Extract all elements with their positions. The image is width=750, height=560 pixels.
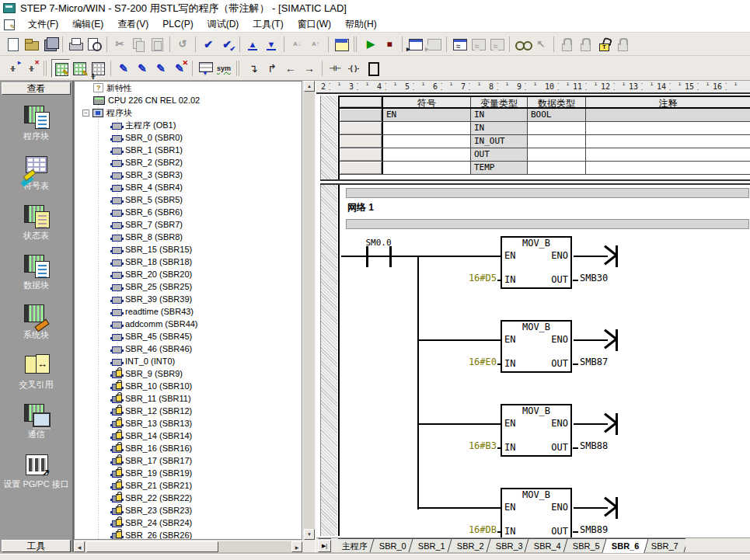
pou-tab[interactable]: SBR_6 [602, 538, 649, 553]
delete-row-button[interactable]: ✎ [152, 59, 170, 78]
var-type-cell[interactable]: OUT [471, 148, 528, 161]
row-header-cell[interactable] [340, 109, 383, 121]
compile-button[interactable]: ✔ [199, 35, 218, 54]
scroll-up-icon[interactable]: ▲ [304, 81, 315, 92]
menu-item-help[interactable]: 帮助(H) [338, 17, 384, 31]
symbolic-addressing-button[interactable]: sym [215, 59, 233, 78]
mov-b-instruction-box[interactable]: MOV_B EN ENO IN OUT [501, 320, 572, 373]
view-bar-button[interactable]: 查看 [2, 82, 71, 95]
comment-cell[interactable] [586, 148, 750, 161]
insert-down-button[interactable]: ✎ [133, 59, 152, 78]
print-button[interactable] [66, 35, 85, 54]
tree-item[interactable]: SBR_17 (SBR17) [75, 454, 302, 467]
tree-item[interactable]: SBR_25 (SBR25) [75, 280, 302, 293]
tree-item[interactable]: SBR_26 (SBR26) [75, 529, 302, 540]
scroll-down-icon[interactable]: ▼ [304, 529, 315, 540]
tree-item[interactable]: SBR_13 (SBR13) [75, 417, 302, 430]
undo-button[interactable]: ↺ [173, 35, 192, 54]
menu-item-view[interactable]: 查看(V) [110, 17, 155, 31]
tab-scroll-right-button[interactable]: ▶ [318, 537, 331, 539]
tree-vertical-scrollbar[interactable]: ▲ ▼ [302, 81, 315, 540]
in-operand-value[interactable]: 16#DB [447, 524, 497, 535]
out-operand-value[interactable]: SMB30 [580, 273, 608, 283]
comment-cell[interactable] [586, 135, 750, 148]
row-header-cell[interactable] [340, 148, 383, 161]
tree-item[interactable]: SBR_9 (SBR9) [75, 367, 302, 380]
bookmark-glasses-button[interactable] [513, 35, 532, 54]
out-operand-value[interactable]: SMB87 [580, 357, 608, 367]
menu-item-edit[interactable]: 编辑(E) [65, 17, 110, 31]
program-status-button[interactable] [406, 35, 424, 54]
table-ladder-splitter[interactable] [320, 179, 750, 185]
bookmark-next-button[interactable]: -||- [3, 59, 22, 78]
stop-button[interactable]: ■ [380, 35, 399, 54]
download-button[interactable]: ▼ [262, 35, 281, 54]
tree-item[interactable]: SBR_1 (SBR1) [75, 144, 302, 156]
menu-item-file[interactable]: 文件(F) [21, 17, 65, 31]
ladder-editor-button[interactable] [51, 59, 70, 78]
trend-view-button[interactable] [487, 35, 506, 54]
sidebar-item-set-pgpc-interface[interactable]: 设置 PG/PC 接口 [0, 454, 72, 490]
var-type-cell[interactable]: IN_OUT [471, 135, 528, 148]
row-header-cell[interactable] [340, 135, 383, 148]
symbol-table-button[interactable] [196, 59, 215, 78]
tree-item[interactable]: SBR_2 (SBR2) [75, 156, 302, 169]
data-type-cell[interactable] [528, 122, 586, 134]
symbol-cell[interactable] [383, 135, 471, 148]
tree-item[interactable]: SBR_0 (SBR0) [75, 131, 302, 144]
tree-item[interactable]: SBR_14 (SBR14) [75, 430, 302, 442]
sidebar-item-status-chart[interactable]: 状态表 [0, 205, 72, 242]
tree-item[interactable]: SBR_21 (SBR21) [75, 479, 302, 492]
run-button[interactable]: ▶ [361, 35, 380, 54]
comment-cell[interactable] [586, 162, 750, 174]
insert-up-button[interactable]: ✎ [114, 59, 133, 78]
symbol-cell[interactable] [383, 162, 471, 174]
tree-item[interactable]: SBR_19 (SBR19) [75, 467, 302, 479]
line-right-button[interactable]: → [300, 59, 319, 78]
mov-b-instruction-box[interactable]: MOV_B EN ENO IN OUT [501, 404, 572, 457]
tree-item[interactable]: SBR_46 (SBR46) [75, 343, 302, 355]
sidebar-item-symbol-table[interactable]: 符号表 [0, 155, 72, 192]
in-operand-value[interactable]: 16#B3 [447, 440, 497, 451]
tools-bar-button[interactable]: 工具 [2, 540, 71, 552]
sidebar-item-cross-reference[interactable]: 交叉引用 [0, 354, 72, 391]
tree-item[interactable]: 主程序 (OB1) [75, 119, 302, 131]
tree-item[interactable]: SBR_45 (SBR45) [75, 330, 302, 343]
tree-item[interactable]: 新特性 [75, 82, 302, 94]
insert-box-button[interactable] [363, 59, 382, 78]
data-type-cell[interactable] [528, 162, 586, 174]
sidebar-item-system-block[interactable]: 系统块 [0, 304, 72, 341]
cut-button[interactable]: ✂ [110, 35, 129, 54]
options-button[interactable] [332, 35, 351, 54]
sort-descending-button[interactable]: A↑ [306, 35, 325, 54]
insert-contact-button[interactable]: ⊣⊢ [326, 59, 344, 78]
delete-x-button[interactable]: ✎ [170, 59, 189, 78]
in-operand-value[interactable]: 16#D5 [447, 273, 497, 283]
comment-cell[interactable] [586, 109, 750, 121]
tree-item[interactable]: SBR_8 (SBR8) [75, 231, 302, 243]
tree-item[interactable]: SBR_23 (SBR23) [75, 504, 302, 517]
stl-editor-button[interactable] [70, 59, 89, 78]
symbol-cell[interactable]: EN [383, 109, 471, 121]
tree-item[interactable]: readtime (SBR43) [75, 305, 302, 318]
tab-scroll-last-button[interactable]: ▶| [318, 540, 331, 552]
var-type-cell[interactable]: IN [471, 109, 528, 121]
tree-item[interactable]: SBR_22 (SBR22) [75, 492, 302, 504]
paste-button[interactable] [148, 35, 166, 54]
mov-b-instruction-box[interactable]: MOV_B EN ENO IN OUT [501, 236, 572, 289]
tree-item[interactable]: − 程序块 [75, 106, 302, 119]
mov-b-instruction-box[interactable]: MOV_B EN ENO IN OUT [501, 488, 572, 537]
unlock-t-button[interactable] [595, 35, 613, 54]
tree-horizontal-scrollbar[interactable]: ◀ ▶ [74, 541, 302, 552]
sidebar-item-data-block[interactable]: 数据块 [0, 255, 72, 291]
menu-item-debug[interactable]: 调试(D) [201, 17, 246, 31]
data-type-cell[interactable] [528, 148, 586, 161]
insert-coil-button[interactable]: -( )- [344, 59, 363, 78]
comment-cell[interactable] [586, 122, 750, 134]
tree-item[interactable]: SBR_7 (SBR7) [75, 218, 302, 231]
lock-button[interactable] [557, 35, 576, 54]
tree-item[interactable]: CPU 226 CN REL 02.02 [75, 94, 302, 106]
bookmark-clear-button[interactable]: -||- [22, 59, 40, 78]
line-left-button[interactable]: ← [281, 59, 300, 78]
tree-expander-icon[interactable]: − [82, 110, 89, 117]
